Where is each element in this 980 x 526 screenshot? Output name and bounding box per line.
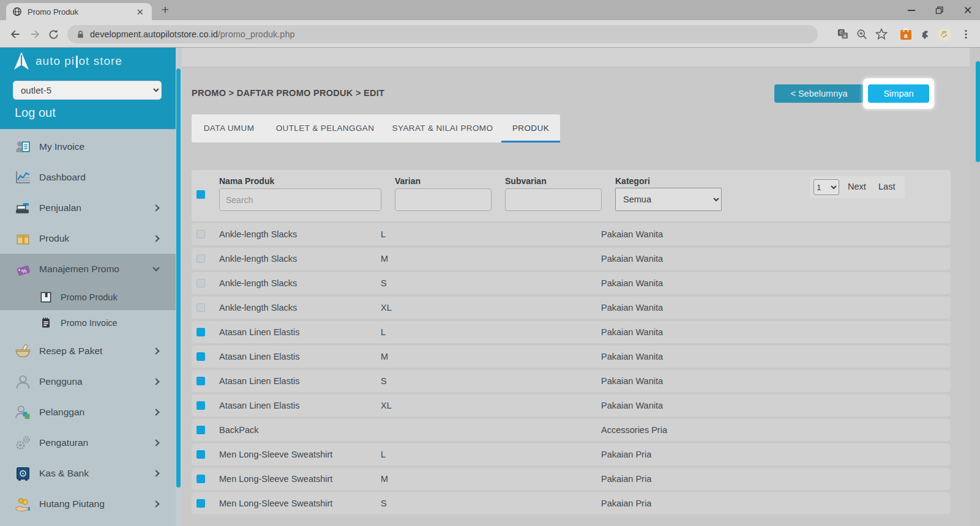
package-icon [15, 231, 31, 247]
address-bar[interactable]: development.autopilotstore.co.id/promo_p… [67, 25, 818, 43]
safe-icon [15, 465, 31, 482]
cell-nama-produk: Atasan Linen Elastis [219, 327, 381, 337]
main-content: PROMO > DAFTAR PROMO PRODUK > EDIT < Seb… [182, 48, 970, 526]
kategori-select[interactable]: Semua [615, 188, 722, 211]
menu-dots-icon[interactable] [959, 27, 973, 42]
translate-icon[interactable]: Ga [836, 27, 850, 42]
chevron-icon [152, 347, 159, 354]
column-header-varian: Varian [395, 176, 421, 186]
varian-filter-input[interactable] [395, 188, 492, 211]
page-select[interactable]: 1 [814, 179, 839, 195]
table-row[interactable]: BackPack Accessories Pria [192, 419, 951, 441]
browser-tab[interactable]: Promo Produk ✕ [6, 3, 152, 20]
row-checkbox[interactable] [196, 328, 205, 336]
subvarian-filter-input[interactable] [505, 188, 602, 211]
table-row[interactable]: Atasan Linen Elastis M Pakaian Wanita [192, 346, 951, 368]
row-checkbox[interactable] [196, 401, 205, 410]
tab-close-icon[interactable]: ✕ [134, 7, 146, 17]
extensions-puzzle-icon[interactable] [918, 27, 933, 42]
table-row[interactable]: Atasan Linen Elastis XL Pakaian Wanita [192, 394, 951, 417]
cell-kategori: Pakaian Pria [601, 450, 951, 459]
browser-toolbar: development.autopilotstore.co.id/promo_p… [0, 20, 980, 48]
tab-syarat-nilai-promo[interactable]: SYARAT & NILAI PROMO [384, 114, 501, 143]
sidebar-item-promo-invoice[interactable]: Promo Invoice [0, 310, 176, 336]
sidebar-item-pengaturan[interactable]: Pengaturan [0, 428, 176, 458]
table-row[interactable]: Atasan Linen Elastis S Pakaian Wanita [192, 370, 951, 392]
next-page-link[interactable]: Next [848, 182, 866, 191]
promo-tag-icon: % [15, 261, 31, 278]
tab-produk[interactable]: PRODUK [501, 114, 560, 143]
sidebar-item-promo-produk[interactable]: Promo Produk [0, 284, 176, 310]
product-table: Ankle-length Slacks L Pakaian Wanita Ank… [192, 223, 951, 517]
sidebar-item-hutang-piutang[interactable]: Hutang Piutang [0, 489, 176, 519]
cell-nama-produk: Ankle-length Slacks [219, 278, 381, 288]
row-checkbox[interactable] [196, 303, 205, 312]
sidebar-item-manajemen-promo[interactable]: % Manajemen Promo [0, 254, 176, 284]
logout-link[interactable]: Log out [15, 106, 56, 120]
row-checkbox[interactable] [196, 426, 205, 434]
row-checkbox[interactable] [196, 377, 205, 385]
chevron-icon [152, 500, 159, 507]
invoice-user-icon [15, 139, 31, 155]
table-row[interactable]: Ankle-length Slacks XL Pakaian Wanita [192, 297, 951, 319]
close-button[interactable]: ✕ [962, 4, 974, 17]
profile-avatar[interactable] [937, 27, 952, 42]
table-row[interactable]: Ankle-length Slacks L Pakaian Wanita [192, 223, 951, 245]
shop-extension-icon[interactable]: a [899, 27, 913, 42]
sidebar-item-pelanggan[interactable]: Pelanggan [0, 397, 176, 428]
cell-kategori: Pakaian Pria [601, 474, 951, 484]
row-checkbox[interactable] [196, 450, 205, 459]
sidebar: auto piot store outlet-5 Log out My Invo… [0, 48, 176, 526]
cell-varian: L [381, 327, 491, 337]
bookmark-star-icon[interactable] [874, 27, 889, 42]
brand-text: auto piot store [36, 54, 122, 68]
sidebar-scrollbar-thumb[interactable] [176, 69, 181, 487]
new-tab-button[interactable]: + [157, 1, 174, 18]
hand-coins-icon [15, 496, 31, 513]
nama-produk-search-input[interactable] [219, 188, 381, 211]
restore-button[interactable] [933, 4, 946, 17]
tab-outlet-pelanggan[interactable]: OUTLET & PELANGGAN [266, 114, 384, 143]
row-checkbox[interactable] [196, 499, 205, 508]
row-checkbox[interactable] [196, 279, 205, 287]
sidebar-item-dashboard[interactable]: Dashboard [0, 162, 176, 193]
row-checkbox[interactable] [196, 475, 205, 483]
browser-window: Promo Produk ✕ + ✕ development.autopilot… [0, 0, 980, 526]
zoom-icon[interactable] [855, 27, 869, 42]
sidebar-item-kas-bank[interactable]: Kas & Bank [0, 458, 176, 489]
reload-button[interactable] [45, 26, 61, 42]
promo-tabs: DATA UMUM OUTLET & PELANGGAN SYARAT & NI… [192, 114, 560, 143]
last-page-link[interactable]: Last [878, 182, 895, 191]
previous-button[interactable]: < Sebelumnya [774, 84, 864, 103]
sidebar-item-pengguna[interactable]: Pengguna [0, 366, 176, 397]
mortar-icon [15, 343, 31, 360]
sidebar-item-my-invoice[interactable]: My Invoice [0, 132, 176, 162]
page-scrollbar[interactable] [970, 48, 980, 526]
minimize-button[interactable] [905, 4, 918, 17]
page-scrollbar-thumb[interactable] [976, 61, 980, 162]
cell-varian: XL [381, 303, 491, 313]
cell-kategori: Pakaian Wanita [601, 401, 951, 410]
table-row[interactable]: Ankle-length Slacks M Pakaian Wanita [192, 248, 951, 270]
row-checkbox[interactable] [196, 230, 205, 239]
cell-kategori: Pakaian Wanita [601, 254, 951, 264]
sidebar-item-produk[interactable]: Produk [0, 223, 176, 254]
outlet-select[interactable]: outlet-5 [13, 81, 162, 100]
sidebar-item-penjualan[interactable]: Penjualan [0, 193, 176, 223]
forward-button[interactable] [27, 26, 43, 42]
save-button[interactable]: Simpan [868, 84, 929, 103]
row-checkbox[interactable] [196, 352, 205, 361]
url-text: development.autopilotstore.co.id/promo_p… [90, 29, 295, 39]
table-row[interactable]: Men Long-Sleeve Sweatshirt L Pakaian Pri… [192, 443, 951, 465]
table-row[interactable]: Atasan Linen Elastis L Pakaian Wanita [192, 321, 951, 343]
sidebar-scrollbar[interactable] [176, 48, 182, 526]
back-button[interactable] [7, 26, 23, 42]
select-all-checkbox[interactable] [196, 190, 205, 199]
tab-data-umum[interactable]: DATA UMUM [192, 114, 266, 143]
table-row[interactable]: Ankle-length Slacks S Pakaian Wanita [192, 272, 951, 294]
table-row[interactable]: Men Long-Sleeve Sweatshirt S Pakaian Pri… [192, 492, 951, 514]
row-checkbox[interactable] [196, 254, 205, 263]
cell-nama-produk: Men Long-Sleeve Sweatshirt [219, 498, 381, 508]
table-row[interactable]: Men Long-Sleeve Sweatshirt M Pakaian Pri… [192, 468, 951, 490]
sidebar-item-resep-paket[interactable]: Resep & Paket [0, 336, 176, 366]
